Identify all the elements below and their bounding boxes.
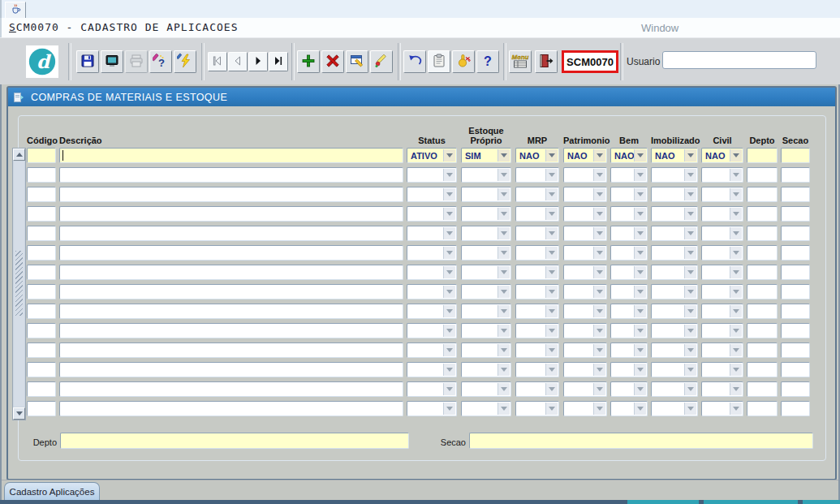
estoque_proprio-dropdown[interactable] bbox=[461, 167, 511, 183]
descricao-field[interactable] bbox=[59, 381, 403, 397]
patrimonio-dropdown[interactable] bbox=[563, 265, 607, 280]
codigo-field[interactable] bbox=[27, 245, 56, 261]
dropdown-arrow-icon[interactable] bbox=[593, 169, 605, 181]
status-dropdown[interactable] bbox=[407, 265, 457, 280]
mrp-dropdown[interactable] bbox=[515, 381, 559, 397]
dropdown-arrow-icon[interactable] bbox=[593, 188, 605, 200]
bem-dropdown[interactable] bbox=[610, 226, 648, 241]
add-record-button[interactable] bbox=[297, 50, 320, 73]
depto-field[interactable] bbox=[747, 323, 778, 338]
help-button[interactable]: ? bbox=[476, 50, 499, 73]
patrimonio-dropdown[interactable]: NAO bbox=[563, 148, 607, 163]
mrp-dropdown[interactable] bbox=[515, 226, 559, 241]
bem-dropdown[interactable] bbox=[610, 381, 648, 397]
dropdown-arrow-icon[interactable] bbox=[593, 305, 605, 317]
dropdown-arrow-icon[interactable] bbox=[684, 247, 696, 259]
dropdown-arrow-icon[interactable] bbox=[730, 227, 742, 239]
civil-dropdown[interactable] bbox=[701, 206, 743, 222]
mrp-dropdown[interactable] bbox=[515, 304, 559, 319]
depto-field[interactable] bbox=[747, 167, 778, 183]
dropdown-arrow-icon[interactable] bbox=[634, 188, 646, 200]
bem-dropdown[interactable] bbox=[610, 401, 648, 416]
bem-dropdown[interactable] bbox=[610, 342, 648, 358]
patrimonio-dropdown[interactable] bbox=[563, 245, 607, 261]
dropdown-arrow-icon[interactable] bbox=[684, 305, 696, 317]
dropdown-arrow-icon[interactable] bbox=[545, 286, 558, 298]
nav-next-button[interactable] bbox=[248, 52, 268, 71]
save-button[interactable] bbox=[76, 50, 99, 73]
dropdown-arrow-icon[interactable] bbox=[443, 227, 455, 239]
status-dropdown[interactable]: ATIVO bbox=[407, 148, 457, 163]
dropdown-arrow-icon[interactable] bbox=[545, 383, 558, 395]
codigo-field[interactable] bbox=[27, 148, 56, 163]
secao-field[interactable] bbox=[781, 148, 810, 163]
bem-dropdown[interactable] bbox=[610, 245, 648, 261]
patrimonio-dropdown[interactable] bbox=[563, 323, 607, 338]
secao-field[interactable] bbox=[781, 206, 810, 222]
imobilizado-dropdown[interactable] bbox=[651, 323, 698, 338]
patrimonio-dropdown[interactable] bbox=[563, 284, 607, 299]
dropdown-arrow-icon[interactable] bbox=[443, 266, 455, 278]
secao-field[interactable] bbox=[781, 401, 810, 416]
usuario-input[interactable] bbox=[662, 51, 816, 69]
secao-field[interactable] bbox=[781, 167, 810, 183]
dropdown-arrow-icon[interactable] bbox=[545, 169, 558, 181]
patrimonio-dropdown[interactable] bbox=[563, 401, 607, 416]
dropdown-arrow-icon[interactable] bbox=[634, 247, 646, 259]
print-button[interactable] bbox=[125, 50, 148, 73]
estoque_proprio-dropdown[interactable] bbox=[461, 206, 511, 222]
dropdown-arrow-icon[interactable] bbox=[443, 149, 455, 162]
descricao-field[interactable] bbox=[59, 304, 403, 319]
dropdown-arrow-icon[interactable] bbox=[730, 305, 742, 317]
codigo-field[interactable] bbox=[27, 362, 56, 377]
codigo-field[interactable] bbox=[27, 304, 56, 319]
dropdown-arrow-icon[interactable] bbox=[443, 169, 455, 181]
status-dropdown[interactable] bbox=[407, 226, 457, 241]
dropdown-arrow-icon[interactable] bbox=[634, 149, 646, 162]
bem-dropdown[interactable]: NAO bbox=[610, 148, 648, 163]
dropdown-arrow-icon[interactable] bbox=[443, 344, 455, 356]
codigo-field[interactable] bbox=[27, 226, 56, 241]
dropdown-arrow-icon[interactable] bbox=[684, 364, 696, 376]
imobilizado-dropdown[interactable] bbox=[651, 362, 698, 377]
dropdown-arrow-icon[interactable] bbox=[730, 266, 742, 278]
dropdown-arrow-icon[interactable] bbox=[443, 188, 455, 200]
dropdown-arrow-icon[interactable] bbox=[684, 325, 696, 337]
depto-footer-field[interactable] bbox=[60, 433, 409, 449]
dropdown-arrow-icon[interactable] bbox=[730, 188, 742, 200]
status-dropdown[interactable] bbox=[407, 206, 457, 222]
descricao-field[interactable] bbox=[59, 265, 403, 280]
civil-dropdown[interactable] bbox=[701, 362, 743, 377]
depto-field[interactable] bbox=[747, 342, 778, 358]
depto-field[interactable] bbox=[747, 148, 778, 163]
dropdown-arrow-icon[interactable] bbox=[593, 403, 605, 415]
dropdown-arrow-icon[interactable] bbox=[634, 208, 646, 220]
dropdown-arrow-icon[interactable] bbox=[730, 247, 742, 259]
codigo-field[interactable] bbox=[27, 323, 56, 338]
dropdown-arrow-icon[interactable] bbox=[684, 403, 696, 415]
dropdown-arrow-icon[interactable] bbox=[593, 383, 605, 395]
civil-dropdown[interactable] bbox=[701, 323, 743, 338]
dropdown-arrow-icon[interactable] bbox=[545, 344, 558, 356]
dropdown-arrow-icon[interactable] bbox=[730, 364, 742, 376]
imobilizado-dropdown[interactable] bbox=[651, 304, 698, 319]
dropdown-arrow-icon[interactable] bbox=[545, 247, 558, 259]
estoque_proprio-dropdown[interactable] bbox=[461, 284, 511, 299]
secao-field[interactable] bbox=[781, 381, 810, 397]
dropdown-arrow-icon[interactable] bbox=[498, 208, 510, 220]
dropdown-arrow-icon[interactable] bbox=[498, 403, 510, 415]
dropdown-arrow-icon[interactable] bbox=[684, 188, 696, 200]
civil-dropdown[interactable] bbox=[701, 226, 743, 241]
secao-field[interactable] bbox=[781, 265, 810, 280]
descricao-field[interactable] bbox=[59, 323, 403, 338]
query-wand-button[interactable] bbox=[370, 50, 393, 73]
imobilizado-dropdown[interactable] bbox=[651, 265, 698, 280]
depto-field[interactable] bbox=[747, 381, 778, 397]
civil-dropdown[interactable] bbox=[701, 265, 743, 280]
exit-button[interactable] bbox=[535, 50, 558, 73]
nav-last-button[interactable] bbox=[269, 52, 288, 71]
dropdown-arrow-icon[interactable] bbox=[545, 266, 558, 278]
descricao-field[interactable] bbox=[59, 148, 403, 163]
imobilizado-dropdown[interactable] bbox=[651, 206, 698, 222]
dropdown-arrow-icon[interactable] bbox=[634, 169, 646, 181]
